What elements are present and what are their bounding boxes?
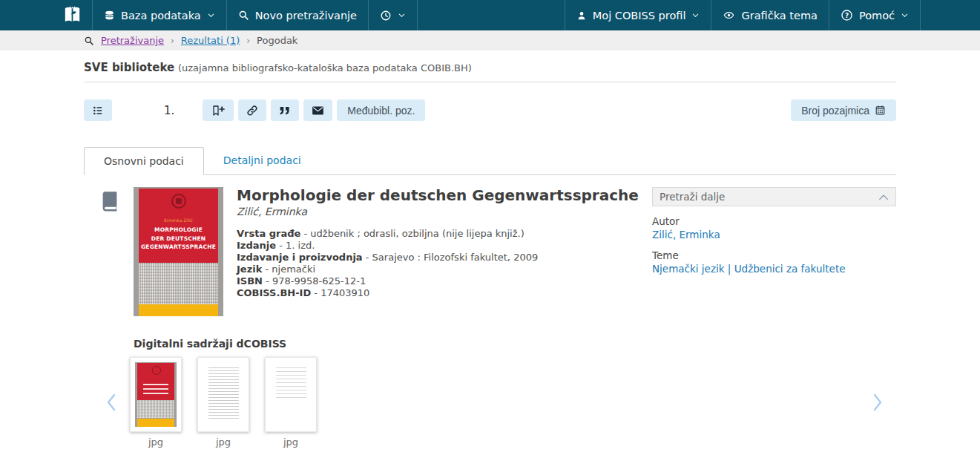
tab-detailed-data[interactable]: Detaljni podaci [204, 147, 320, 174]
user-icon [576, 10, 587, 21]
library-name: SVE biblioteke [84, 61, 174, 74]
field-publication: Izdavanje i proizvodnja - Sarajevo : Fil… [237, 252, 643, 264]
digital-thumbnail-page[interactable] [265, 357, 317, 432]
navbar-left-group: Baza podataka Novo pretraživanje [62, 0, 418, 30]
back-to-list-button[interactable] [84, 99, 112, 121]
digital-thumbnail-page[interactable] [197, 357, 249, 432]
cover-author-text: Erminka Zilić [139, 217, 218, 223]
chevron-down-icon [691, 11, 700, 19]
nav-database-menu[interactable]: Baza podataka [92, 0, 226, 30]
top-navbar: Baza podataka Novo pretraživanje [0, 0, 980, 30]
digital-content-carousel: jpg jpg jpg [84, 357, 896, 448]
question-circle-icon: ? [841, 9, 853, 22]
navbar-right-group: Moj COBISS profil Grafička tema ? Pomo [565, 0, 921, 30]
field-language: Jezik - njemački [237, 264, 643, 275]
result-number: 1. [164, 104, 174, 117]
breadcrumb-separator: › [171, 36, 174, 46]
digital-thumbnail-cover[interactable] [130, 357, 182, 432]
nav-theme-toggle[interactable]: Grafička tema [711, 0, 828, 30]
library-header: SVE biblioteke (uzajamna bibliografsko-k… [84, 61, 896, 74]
breadcrumb-link-results[interactable]: Rezultati (1) [181, 35, 240, 46]
file-type-label: jpg [283, 436, 298, 448]
digital-content-title: Digitalni sadržaji dCOBISS [134, 338, 896, 350]
nav-profile-label: Moj COBISS profil [593, 10, 686, 22]
carousel-prev-icon[interactable] [103, 392, 119, 413]
author-link[interactable]: Zilić, Erminka [652, 229, 720, 241]
eye-icon [723, 10, 735, 21]
add-bookmark-button[interactable] [203, 99, 234, 121]
record-title: Morphologie der deutschen Gegenwartsspra… [237, 187, 643, 204]
search-further-header[interactable]: Pretraži dalje [652, 187, 896, 206]
book-cover-image[interactable]: Erminka Zilić MORPHOLOGIE DER DEUTSCHEN … [134, 187, 223, 316]
field-material-type: Vrsta građe - udžbenik ; odrasli, ozbilj… [237, 228, 643, 240]
cover-title-text: MORPHOLOGIE DER DEUTSCHEN GEGENWARTSSPRA… [139, 226, 218, 252]
record-action-buttons: Međubibl. poz. [203, 99, 425, 121]
breadcrumb-search-icon [84, 36, 94, 46]
topic-link[interactable]: Njemački jezik [652, 263, 725, 275]
record-tabs: Osnovni podaci Detaljni podaci [84, 147, 896, 175]
result-toolbar: 1. [84, 99, 896, 121]
nav-help-menu[interactable]: ? Pomoć [829, 0, 921, 30]
record-fields: Morphologie der deutschen Gegenwartsspra… [237, 187, 643, 299]
digital-item-1: jpg [130, 357, 182, 448]
field-edition: Izdanje - 1. izd. [237, 240, 643, 252]
email-button[interactable] [303, 99, 332, 121]
breadcrumb-link-search[interactable]: Pretraživanje [101, 35, 164, 46]
cover-red-band: Erminka Zilić MORPHOLOGIE DER DEUTSCHEN … [139, 189, 218, 263]
nav-theme-label: Grafička tema [741, 10, 817, 22]
breadcrumb: Pretraživanje › Rezultati (1) › Pogodak [0, 30, 980, 50]
chevron-down-icon [901, 11, 909, 19]
scanned-page-image [203, 362, 244, 427]
citation-button[interactable] [271, 99, 299, 121]
envelope-icon [312, 105, 324, 116]
search-further-panel: Pretraži dalje Autor Zilić, Erminka Teme… [652, 187, 896, 275]
file-type-label: jpg [148, 436, 163, 448]
nav-profile-menu[interactable]: Moj COBISS profil [565, 0, 711, 30]
database-icon [104, 10, 115, 22]
record-detail: Erminka Zilić MORPHOLOGIE DER DEUTSCHEN … [84, 187, 896, 316]
header-divider [84, 82, 896, 82]
loan-count-button[interactable]: Broj pozajmica [791, 99, 896, 121]
nav-new-search[interactable]: Novo pretraživanje [226, 0, 368, 30]
breadcrumb-current-page: Pogodak [257, 35, 297, 46]
carousel-next-icon[interactable] [869, 392, 886, 413]
chevron-up-icon [878, 193, 889, 201]
book-material-type-icon [99, 189, 121, 212]
breadcrumb-separator: › [246, 36, 250, 46]
topic-link-separator: | [725, 263, 734, 275]
cobiss-logo[interactable] [62, 0, 92, 30]
nav-history-menu[interactable] [368, 0, 418, 30]
open-book-logo-icon [62, 5, 82, 25]
chevron-down-icon [398, 11, 406, 19]
bookmark-plus-icon [211, 105, 226, 117]
loan-count-label: Broj pozajmica [801, 105, 869, 117]
library-description: (uzajamna bibliografsko-kataloška baza p… [178, 62, 472, 73]
search-further-title: Pretraži dalje [660, 191, 725, 203]
file-type-label: jpg [216, 436, 231, 448]
interlibrary-loan-label: Međubibl. poz. [347, 105, 415, 117]
author-section-label: Autor [652, 215, 896, 227]
cover-texture-band [139, 263, 218, 304]
tab-basic-data[interactable]: Osnovni podaci [84, 147, 204, 175]
search-further-author-section: Autor Zilić, Erminka [652, 215, 896, 241]
search-further-topics-section: Teme Njemački jezik | Udžbenici za fakul… [652, 249, 896, 275]
permalink-button[interactable] [238, 99, 266, 121]
scanned-page-image [270, 362, 312, 427]
link-icon [246, 105, 258, 117]
quote-icon [279, 105, 291, 116]
nav-database-label: Baza podataka [121, 10, 201, 22]
nav-help-label: Pomoć [859, 10, 895, 22]
chevron-down-icon [207, 11, 215, 19]
interlibrary-loan-button[interactable]: Međubibl. poz. [337, 99, 425, 121]
search-icon [238, 10, 249, 21]
cover-yellow-band [139, 304, 218, 316]
digital-item-3: jpg [265, 357, 317, 448]
topics-section-label: Teme [652, 249, 896, 261]
svg-text:?: ? [845, 12, 849, 19]
digital-item-2: jpg [197, 357, 249, 448]
topic-link[interactable]: Udžbenici za fakultete [734, 263, 846, 275]
cover-seal-emblem [171, 194, 186, 209]
list-icon [92, 105, 104, 117]
digital-content-thumbnails: jpg jpg jpg [130, 357, 317, 448]
calendar-icon [875, 105, 886, 116]
